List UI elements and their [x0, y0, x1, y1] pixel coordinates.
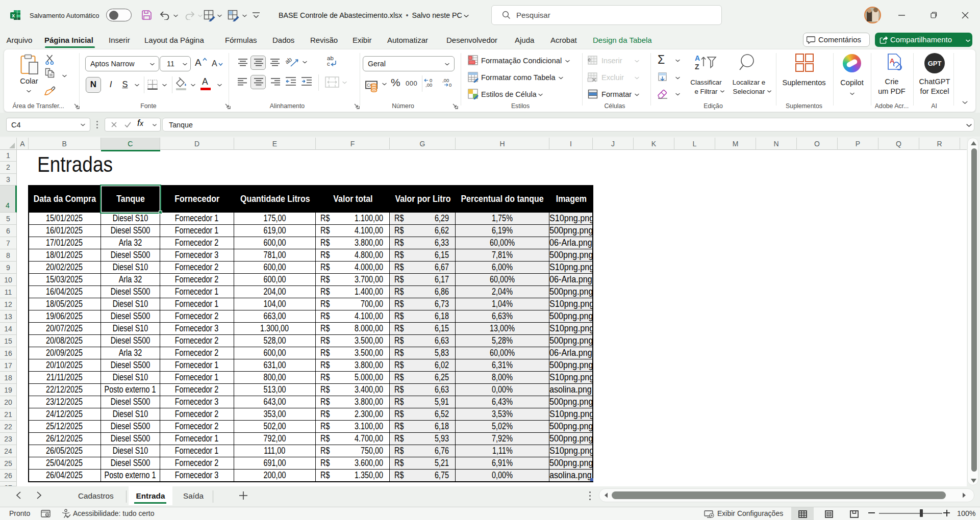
svg-text:Z: Z: [695, 63, 699, 71]
svg-text:,00: ,00: [425, 82, 432, 88]
svg-text:0: 0: [449, 82, 451, 88]
svg-text:x: x: [12, 12, 15, 18]
svg-text:ab: ab: [286, 56, 293, 66]
svg-text:,00: ,00: [442, 78, 449, 83]
svg-text:c: c: [327, 61, 330, 67]
svg-text:A: A: [695, 54, 700, 62]
